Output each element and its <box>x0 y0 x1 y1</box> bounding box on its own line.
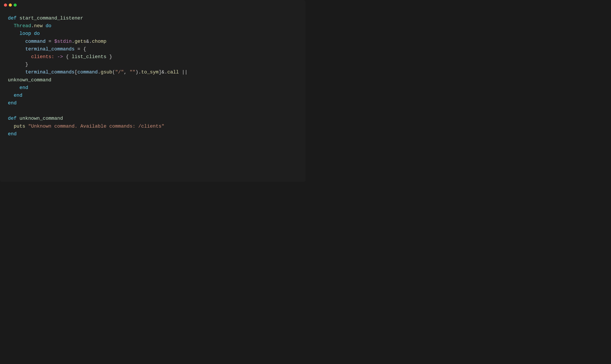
maximize-button[interactable] <box>14 3 17 7</box>
code-line-5: terminal_commands = { <box>8 45 298 53</box>
traffic-lights <box>4 3 17 7</box>
code-line-2: Thread.new do <box>8 22 298 30</box>
blank-line-1 <box>8 107 298 115</box>
code-line-10: end <box>8 92 298 99</box>
code-line-4: command = $stdin.gets&.chomp <box>8 38 298 45</box>
code-line-6: clients: -> { list_clients } <box>8 53 298 61</box>
titlebar <box>0 0 305 10</box>
code-line-11: end <box>8 99 298 107</box>
code-line-14: end <box>8 130 298 138</box>
code-line-1: def start_command_listener <box>8 14 298 22</box>
code-line-8: terminal_commands[command.gsub("/", "").… <box>8 68 298 84</box>
close-button[interactable] <box>4 3 7 7</box>
editor-window: def start_command_listener Thread.new do… <box>0 0 305 182</box>
code-line-12: def unknown_command <box>8 115 298 122</box>
code-line-13: puts "Unknown command. Available command… <box>8 123 298 130</box>
code-editor: def start_command_listener Thread.new do… <box>0 10 305 142</box>
code-line-7: } <box>8 61 298 68</box>
code-line-9: end <box>8 84 298 92</box>
minimize-button[interactable] <box>9 3 12 7</box>
code-line-3: loop do <box>8 30 298 38</box>
